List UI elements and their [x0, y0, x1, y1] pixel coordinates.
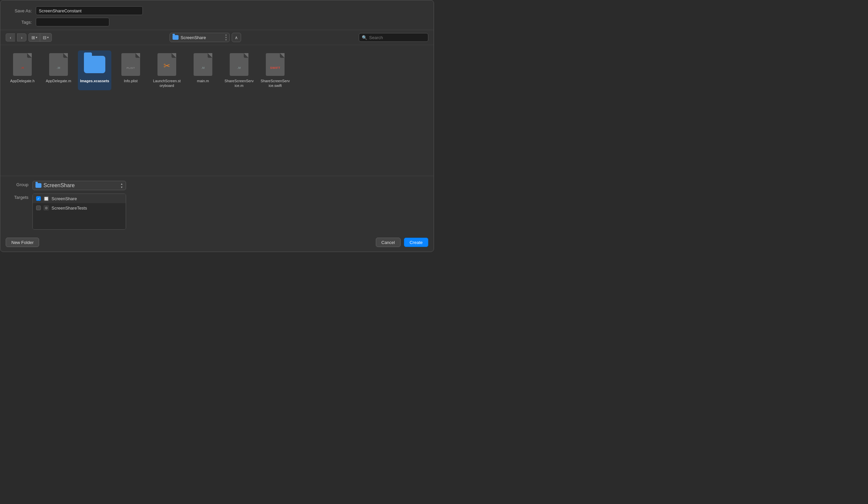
expand-button[interactable]: ∧: [232, 33, 241, 42]
target-app-icon-screenshare: ⬜: [43, 196, 49, 201]
save-as-input[interactable]: [36, 6, 143, 15]
target-app-icon-screensharetests: ⚙: [43, 205, 49, 211]
cancel-button[interactable]: Cancel: [376, 238, 401, 247]
tags-row: Tags:: [8, 18, 426, 27]
save-as-row: Save As:: [8, 6, 426, 15]
save-as-label: Save As:: [8, 8, 32, 13]
file-label-appdelegate-m: AppDelegate.m: [46, 78, 71, 83]
tags-input[interactable]: [36, 18, 109, 27]
nav-back-button[interactable]: ‹: [6, 33, 15, 41]
file-item-info-plist[interactable]: PLIST Info.plist: [114, 51, 147, 90]
file-item-appdelegate-h[interactable]: .h AppDelegate.h: [6, 51, 39, 90]
file-label-main-m: main.m: [197, 78, 209, 83]
footer: New Folder Cancel Create: [0, 234, 434, 252]
file-icon-swift: SWIFT: [265, 52, 286, 76]
target-checkbox-screensharetests[interactable]: [36, 206, 41, 210]
location-name: ScreenShare: [180, 35, 223, 40]
top-form: Save As: Tags:: [0, 0, 434, 30]
file-icon-m3: .m: [228, 52, 250, 76]
list-caret-icon: ▾: [47, 36, 49, 39]
group-folder-icon: [35, 183, 41, 188]
create-button[interactable]: Create: [404, 238, 428, 247]
list-icon: ⊟: [43, 35, 46, 40]
target-screenshare[interactable]: ✓ ⬜ ScreenShare: [33, 194, 126, 203]
group-row: Group ScreenShare ▲ ▼: [8, 181, 426, 190]
file-label-appdelegate-h: AppDelegate.h: [10, 78, 35, 83]
file-icon-m2: .m: [192, 52, 214, 76]
group-arrows-icon: ▲ ▼: [120, 182, 123, 189]
file-label-sharescreenservice-m: ShareScreenService.m: [224, 78, 254, 88]
toolbar: ‹ › ⊞ ▾ ⊟ ▾ ScreenShare ∧: [0, 30, 434, 45]
footer-right: Cancel Create: [376, 238, 428, 247]
tags-label: Tags:: [8, 20, 32, 25]
target-checkbox-screenshare[interactable]: ✓: [36, 196, 41, 201]
targets-label: Targets: [8, 193, 29, 200]
file-icon-m1: .m: [48, 52, 69, 76]
file-icon-plist: PLIST: [120, 52, 142, 76]
location-folder-icon: [173, 35, 178, 40]
file-item-launchscreen[interactable]: ✂ LaunchScreen.storyboard: [150, 51, 184, 90]
file-item-images-xcassets[interactable]: Images.xcassets: [78, 51, 111, 90]
file-icon-storyboard: ✂: [156, 52, 177, 76]
grid-icon: ⊞: [31, 35, 35, 40]
search-input[interactable]: [369, 35, 425, 40]
file-label-sharescreenservice-swift: ShareScreenService.swift: [260, 78, 290, 88]
view-toggle-group: ⊞ ▾ ⊟ ▾: [29, 33, 52, 42]
targets-empty-area: [33, 212, 126, 229]
file-icon-folder: [84, 52, 105, 76]
bottom-section: Group ScreenShare ▲ ▼ Targets ✓ ⬜ Screen…: [0, 176, 434, 234]
target-name-screensharetests: ScreenShareTests: [51, 206, 87, 211]
file-browser: .h AppDelegate.h .m AppDelegate.m Images…: [0, 45, 434, 176]
folder-icon: [84, 56, 105, 73]
grid-caret-icon: ▾: [36, 36, 38, 39]
target-screensharetests[interactable]: ⚙ ScreenShareTests: [33, 203, 126, 212]
file-item-sharescreenservice-m[interactable]: .m ShareScreenService.m: [223, 51, 256, 90]
file-item-appdelegate-m[interactable]: .m AppDelegate.m: [42, 51, 75, 90]
location-selector: ScreenShare ∧: [169, 33, 241, 42]
targets-row: Targets ✓ ⬜ ScreenShare ⚙ ScreenShareTes…: [8, 193, 426, 230]
group-value: ScreenShare: [43, 182, 74, 189]
file-label-images-xcassets: Images.xcassets: [80, 78, 109, 83]
file-icon-h: .h: [12, 52, 33, 76]
group-label: Group: [8, 181, 29, 187]
targets-box: ✓ ⬜ ScreenShare ⚙ ScreenShareTests: [32, 193, 126, 230]
file-item-main-m[interactable]: .m main.m: [186, 51, 220, 90]
file-label-launchscreen: LaunchScreen.storyboard: [152, 78, 182, 88]
search-box: 🔍: [359, 33, 428, 42]
save-dialog: Save As: Tags: ‹ › ⊞ ▾ ⊟ ▾ ScreenShare: [0, 0, 434, 252]
location-arrows-icon: [225, 34, 227, 41]
nav-forward-button[interactable]: ›: [17, 33, 27, 41]
search-icon: 🔍: [362, 35, 367, 40]
new-folder-button[interactable]: New Folder: [6, 238, 39, 247]
location-dropdown[interactable]: ScreenShare: [169, 33, 230, 42]
file-label-info-plist: Info.plist: [124, 78, 138, 83]
file-item-sharescreenservice-swift[interactable]: SWIFT ShareScreenService.swift: [258, 51, 292, 90]
view-list-button[interactable]: ⊟ ▾: [40, 33, 51, 41]
group-dropdown[interactable]: ScreenShare ▲ ▼: [32, 181, 126, 190]
view-icon-button[interactable]: ⊞ ▾: [29, 33, 40, 41]
target-name-screenshare: ScreenShare: [51, 196, 77, 201]
